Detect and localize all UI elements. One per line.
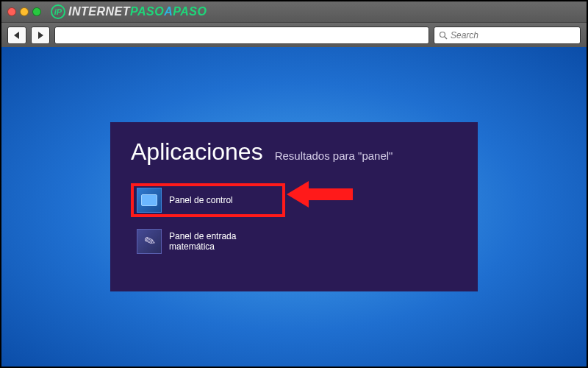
- browser-toolbar: [1, 22, 587, 47]
- search-icon: [439, 31, 448, 40]
- triangle-right-icon: [37, 32, 44, 39]
- logo-text-separator: A: [164, 5, 173, 18]
- svg-point-2: [440, 32, 445, 37]
- search-box[interactable]: [434, 26, 581, 44]
- svg-marker-1: [38, 32, 43, 39]
- window-titlebar: iP INTERNETPASOAPASO: [1, 1, 587, 22]
- search-input[interactable]: [451, 30, 576, 40]
- svg-marker-0: [14, 32, 19, 39]
- forward-button[interactable]: [31, 26, 50, 44]
- result-label: Panel de control: [169, 195, 233, 205]
- control-panel-icon: [137, 188, 162, 213]
- logo-text: INTERNETPASOAPASO: [68, 5, 207, 18]
- apps-header: Aplicaciones Resultados para "panel": [131, 138, 457, 166]
- svg-marker-4: [287, 181, 353, 208]
- logo-text-main: INTERNET: [68, 5, 130, 18]
- result-panel-de-control[interactable]: Panel de control: [131, 183, 285, 217]
- result-label: Panel de entrada matemática: [169, 231, 279, 252]
- close-window-button[interactable]: [7, 7, 16, 16]
- math-input-panel-icon: [137, 229, 162, 254]
- apps-subtitle: Resultados para "panel": [275, 149, 393, 162]
- callout-arrow-icon: [287, 178, 353, 210]
- svg-line-3: [445, 37, 447, 39]
- back-button[interactable]: [7, 26, 26, 44]
- logo-text-accent2: PASO: [173, 5, 207, 18]
- applications-search-panel: Aplicaciones Resultados para "panel" Pan…: [110, 122, 478, 291]
- url-bar[interactable]: [54, 26, 429, 44]
- site-logo: iP INTERNETPASOAPASO: [51, 4, 207, 19]
- logo-text-accent1: PASO: [130, 5, 164, 18]
- minimize-window-button[interactable]: [20, 7, 29, 16]
- apps-title: Aplicaciones: [131, 138, 263, 166]
- logo-badge-icon: iP: [51, 4, 65, 19]
- result-panel-entrada-matematica[interactable]: Panel de entrada matemática: [131, 224, 285, 258]
- maximize-window-button[interactable]: [32, 7, 41, 16]
- triangle-left-icon: [13, 32, 21, 39]
- page-viewport: Aplicaciones Resultados para "panel" Pan…: [1, 47, 587, 367]
